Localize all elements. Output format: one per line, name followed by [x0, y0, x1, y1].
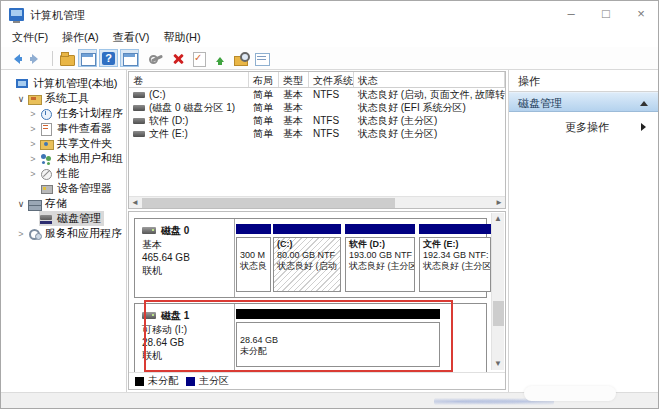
console-tree-icon[interactable]: [120, 49, 139, 67]
more-actions-item[interactable]: 更多操作: [509, 118, 658, 136]
collapse-arrow-icon[interactable]: ∨: [15, 199, 27, 209]
submenu-arrow-icon: [641, 123, 646, 131]
expand-arrow-icon[interactable]: >: [15, 229, 27, 239]
partition-block[interactable]: 软件 (D:)193.00 GB NTF状态良好 (主分区: [345, 224, 415, 292]
volume-cell: 状态良好 (主分区): [354, 114, 505, 128]
disk-header[interactable]: 磁盘 0基本465.64 GB联机: [135, 219, 235, 297]
tree-item-body[interactable]: 性能: [39, 166, 82, 181]
volume-row[interactable]: 软件 (D:)简单基本NTFS状态良好 (主分区): [129, 114, 505, 127]
tree-item-body[interactable]: 存储: [27, 196, 70, 211]
scroll-right-icon[interactable]: ►: [493, 197, 505, 209]
performance-icon: [40, 168, 53, 180]
vertical-scrollbar[interactable]: ▲ ▼: [491, 213, 504, 370]
partition-size: 80.00 GB NTF: [277, 250, 337, 261]
partition-block[interactable]: 300 M状态良: [236, 224, 271, 292]
sidebar-item-storage[interactable]: ∨存储: [1, 196, 126, 211]
sidebar-item-performance[interactable]: >性能: [1, 166, 126, 181]
tree-item-body[interactable]: 共享文件夹: [39, 136, 115, 151]
scroll-up-icon[interactable]: ▲: [492, 213, 504, 225]
disk-icon: [142, 312, 156, 319]
volume-row[interactable]: (磁盘 0 磁盘分区 1)简单基本状态良好 (EFI 系统分区): [129, 101, 505, 114]
partition-details[interactable]: 文件 (E:)192.34 GB NTF:状态良好 (主分区: [419, 237, 491, 292]
sidebar-item-computer[interactable]: 计算机管理(本地): [1, 76, 126, 91]
sidebar-item-event-viewer[interactable]: >事件查看器: [1, 121, 126, 136]
menu-item[interactable]: 操作(A): [55, 28, 106, 47]
properties-icon[interactable]: [252, 49, 271, 67]
refresh-tool-icon[interactable]: [147, 49, 166, 67]
menu-item[interactable]: 帮助(H): [156, 28, 207, 47]
partition-block[interactable]: 28.64 GB未分配: [236, 309, 440, 367]
sidebar-item-local-users[interactable]: >本地用户和组: [1, 151, 126, 166]
volume-cell: 基本: [279, 88, 309, 102]
system-tools-icon: [28, 93, 41, 105]
disk-icon: [142, 227, 156, 234]
collapse-icon[interactable]: [640, 101, 648, 106]
horizontal-scroll-thumb[interactable]: [142, 198, 395, 208]
menu-bar: 文件(F)操作(A)查看(V)帮助(H): [1, 28, 658, 47]
close-button[interactable]: ×: [626, 1, 656, 27]
center-pane: 卷布局类型文件系统状态 (C:)简单基本NTFS状态良好 (启动, 页面文件, …: [128, 70, 507, 392]
minimize-button[interactable]: –: [556, 1, 586, 27]
horizontal-scrollbar[interactable]: ◄ ►: [129, 196, 505, 208]
console-window-icon[interactable]: [78, 49, 97, 67]
column-header[interactable]: 状态: [354, 72, 505, 87]
legend-label: 主分区: [199, 374, 229, 388]
export-list-icon[interactable]: [57, 49, 76, 67]
partition-details[interactable]: 300 M状态良: [236, 237, 271, 292]
maximize-button[interactable]: □: [591, 1, 621, 27]
storage-icon: [28, 198, 41, 210]
expand-arrow-icon[interactable]: >: [27, 124, 39, 134]
app-icon: [9, 8, 24, 21]
sidebar-item-shared-folders[interactable]: >共享文件夹: [1, 136, 126, 151]
menu-item[interactable]: 文件(F): [5, 28, 55, 47]
partition-details[interactable]: (C:)80.00 GB NTF状态良好 (启动: [273, 237, 341, 292]
tree-item-body[interactable]: 设备管理器: [39, 181, 115, 196]
actions-group-disk-management[interactable]: 磁盘管理: [509, 92, 658, 112]
sidebar-item-system-tools[interactable]: ∨系统工具: [1, 91, 126, 106]
expand-arrow-icon[interactable]: >: [27, 169, 39, 179]
partition-details[interactable]: 28.64 GB未分配: [236, 322, 440, 367]
volume-cell: 状态良好 (主分区): [354, 127, 505, 141]
scroll-down-icon[interactable]: ▼: [492, 358, 504, 370]
sidebar-item-label: 任务计划程序: [57, 106, 123, 121]
tree-item-body[interactable]: 任务计划程序: [39, 106, 126, 121]
partition-block[interactable]: 文件 (E:)192.34 GB NTF:状态良好 (主分区: [419, 224, 491, 292]
volume-row[interactable]: (C:)简单基本NTFS状态良好 (启动, 页面文件, 故障转储, 主分: [129, 88, 505, 101]
menu-item[interactable]: 查看(V): [106, 28, 157, 47]
partition-block[interactable]: (C:)80.00 GB NTF状态良好 (启动: [273, 224, 341, 292]
scroll-left-icon[interactable]: ◄: [129, 197, 141, 209]
partition-title: [240, 239, 267, 250]
expand-arrow-icon[interactable]: >: [27, 139, 39, 149]
mount-icon[interactable]: [210, 49, 229, 67]
disk-header[interactable]: 磁盘 1可移动 (I:)28.64 GB联机: [135, 304, 235, 372]
collapse-arrow-icon[interactable]: ∨: [15, 94, 27, 104]
partition-details[interactable]: 软件 (D:)193.00 GB NTF状态良好 (主分区: [345, 237, 415, 292]
tree-item-body[interactable]: 事件查看器: [39, 121, 115, 136]
help-icon[interactable]: [99, 49, 118, 67]
expand-arrow-icon[interactable]: >: [27, 109, 39, 119]
column-header[interactable]: 文件系统: [309, 72, 354, 87]
sidebar-item-disk-management[interactable]: 磁盘管理: [1, 211, 126, 226]
sidebar-item-services[interactable]: >服务和应用程序: [1, 226, 126, 241]
expand-arrow-icon[interactable]: >: [27, 154, 39, 164]
tree-item-body[interactable]: 计算机管理(本地): [15, 76, 120, 91]
content-area: 计算机管理(本地)∨系统工具>任务计划程序>事件查看器>共享文件夹>本地用户和组…: [1, 70, 658, 392]
tree-item-body[interactable]: 磁盘管理: [39, 211, 104, 226]
column-header[interactable]: 卷: [129, 72, 249, 87]
column-header[interactable]: 类型: [279, 72, 309, 87]
partition-type-bar: [419, 224, 491, 234]
check-disk-icon[interactable]: [189, 49, 208, 67]
browse-icon[interactable]: [231, 49, 250, 67]
volume-row[interactable]: 文件 (E:)简单基本NTFS状态良好 (主分区): [129, 127, 505, 140]
local-users-icon: [40, 153, 53, 165]
sidebar-item-device-manager[interactable]: 设备管理器: [1, 181, 126, 196]
sidebar-item-task-scheduler[interactable]: >任务计划程序: [1, 106, 126, 121]
tree-item-body[interactable]: 本地用户和组: [39, 151, 126, 166]
vertical-scroll-thumb[interactable]: [493, 301, 504, 326]
tree-item-body[interactable]: 系统工具: [27, 91, 92, 106]
back-arrow-icon[interactable]: [6, 49, 25, 67]
forward-arrow-icon[interactable]: [27, 49, 46, 67]
tree-item-body[interactable]: 服务和应用程序: [27, 226, 125, 241]
column-header[interactable]: 布局: [249, 72, 279, 87]
delete-icon[interactable]: [168, 49, 187, 67]
